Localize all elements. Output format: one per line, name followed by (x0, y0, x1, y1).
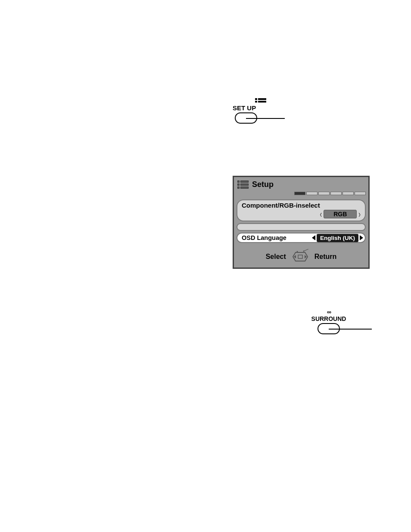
triangle-left-icon[interactable] (312, 235, 315, 240)
osd-tab-strip (234, 192, 368, 196)
callout-line (246, 118, 285, 119)
chevron-left-icon[interactable]: ‹ (320, 208, 322, 220)
osd-language-field[interactable]: OSD Language English (UK) (237, 233, 366, 243)
chevron-right-icon[interactable]: › (358, 208, 361, 220)
osd-setup-panel: Setup Component/RGB-inselect ‹ RGB › OSD… (233, 176, 370, 269)
setup-button-group: SET UP (235, 98, 286, 124)
return-label: Return (314, 253, 337, 261)
osd-language-value: English (UK) (317, 234, 358, 242)
surround-icon: ∞ (327, 308, 330, 315)
setup-button[interactable] (235, 112, 257, 124)
component-rgb-field[interactable]: Component/RGB-inselect ‹ RGB › (237, 199, 366, 221)
dpad-nav-icon (290, 249, 311, 264)
osd-tab[interactable] (330, 192, 342, 195)
empty-field (237, 223, 366, 231)
setup-button-label: SET UP (233, 104, 286, 112)
component-rgb-label: Component/RGB-inselect (242, 202, 361, 209)
callout-line (329, 329, 372, 330)
osd-title: Setup (252, 180, 274, 189)
osd-language-label: OSD Language (239, 234, 312, 241)
osd-footer: Select Return (237, 249, 366, 264)
surround-button-label: SURROUND (311, 315, 346, 322)
component-rgb-value: RGB (324, 210, 357, 218)
svg-point-4 (296, 251, 298, 252)
svg-line-6 (304, 249, 308, 251)
svg-rect-1 (298, 255, 302, 258)
surround-button[interactable] (318, 323, 340, 334)
osd-tab[interactable] (318, 192, 330, 195)
list-icon (255, 98, 266, 103)
osd-tab[interactable] (306, 192, 318, 195)
osd-titlebar: Setup (234, 177, 368, 192)
surround-button-group: ∞ SURROUND (299, 308, 359, 334)
triangle-right-icon[interactable] (360, 235, 363, 240)
osd-tab[interactable] (355, 192, 366, 195)
list-icon (237, 180, 249, 188)
osd-tab[interactable] (342, 192, 354, 195)
osd-tab[interactable] (294, 192, 305, 195)
select-label: Select (266, 253, 286, 261)
